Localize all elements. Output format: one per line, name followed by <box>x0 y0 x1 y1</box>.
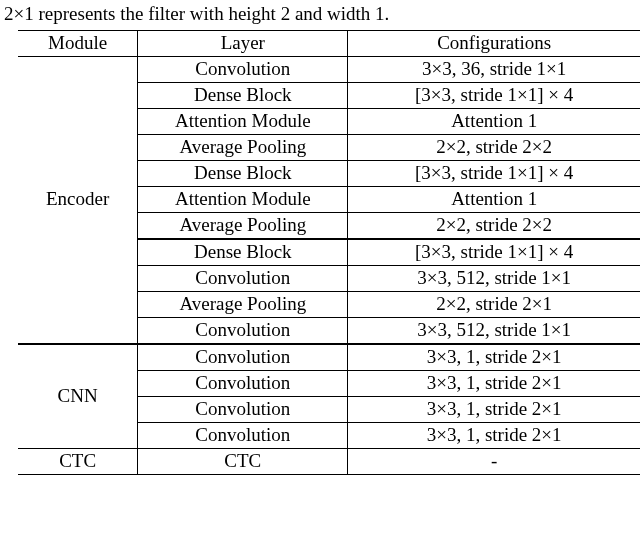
module-cnn: CNN <box>18 344 138 449</box>
table-row: Encoder Convolution 3×3, 36, stride 1×1 <box>18 56 640 82</box>
header-config: Configurations <box>348 30 640 56</box>
config-cell: 3×3, 1, stride 2×1 <box>348 422 640 448</box>
layer-cell: Attention Module <box>138 186 348 212</box>
config-cell: 2×2, stride 2×2 <box>348 212 640 239</box>
architecture-table: Module Layer Configurations Encoder Conv… <box>18 30 640 475</box>
layer-cell: Dense Block <box>138 160 348 186</box>
header-layer: Layer <box>138 30 348 56</box>
config-cell: 3×3, 1, stride 2×1 <box>348 344 640 371</box>
layer-cell: Convolution <box>138 370 348 396</box>
config-cell: [3×3, stride 1×1] × 4 <box>348 160 640 186</box>
layer-cell: Attention Module <box>138 108 348 134</box>
config-cell: - <box>348 448 640 474</box>
config-cell: 3×3, 1, stride 2×1 <box>348 396 640 422</box>
layer-cell: Dense Block <box>138 239 348 266</box>
config-cell: 2×2, stride 2×1 <box>348 291 640 317</box>
layer-cell: Dense Block <box>138 82 348 108</box>
table-header-row: Module Layer Configurations <box>18 30 640 56</box>
layer-cell: Convolution <box>138 396 348 422</box>
config-cell: 3×3, 512, stride 1×1 <box>348 317 640 344</box>
table-row: CNN Convolution 3×3, 1, stride 2×1 <box>18 344 640 371</box>
config-cell: [3×3, stride 1×1] × 4 <box>348 239 640 266</box>
config-cell: Attention 1 <box>348 186 640 212</box>
module-ctc: CTC <box>18 448 138 474</box>
layer-cell: CTC <box>138 448 348 474</box>
config-cell: [3×3, stride 1×1] × 4 <box>348 82 640 108</box>
layer-cell: Convolution <box>138 56 348 82</box>
layer-cell: Convolution <box>138 422 348 448</box>
table-row: CTC CTC - <box>18 448 640 474</box>
module-encoder: Encoder <box>18 56 138 344</box>
layer-cell: Average Pooling <box>138 291 348 317</box>
config-cell: 3×3, 36, stride 1×1 <box>348 56 640 82</box>
layer-cell: Average Pooling <box>138 134 348 160</box>
header-module: Module <box>18 30 138 56</box>
layer-cell: Convolution <box>138 265 348 291</box>
layer-cell: Convolution <box>138 317 348 344</box>
table-caption-fragment: 2×1 represents the filter with height 2 … <box>0 0 640 30</box>
config-cell: 2×2, stride 2×2 <box>348 134 640 160</box>
config-cell: 3×3, 1, stride 2×1 <box>348 370 640 396</box>
layer-cell: Convolution <box>138 344 348 371</box>
config-cell: 3×3, 512, stride 1×1 <box>348 265 640 291</box>
config-cell: Attention 1 <box>348 108 640 134</box>
layer-cell: Average Pooling <box>138 212 348 239</box>
